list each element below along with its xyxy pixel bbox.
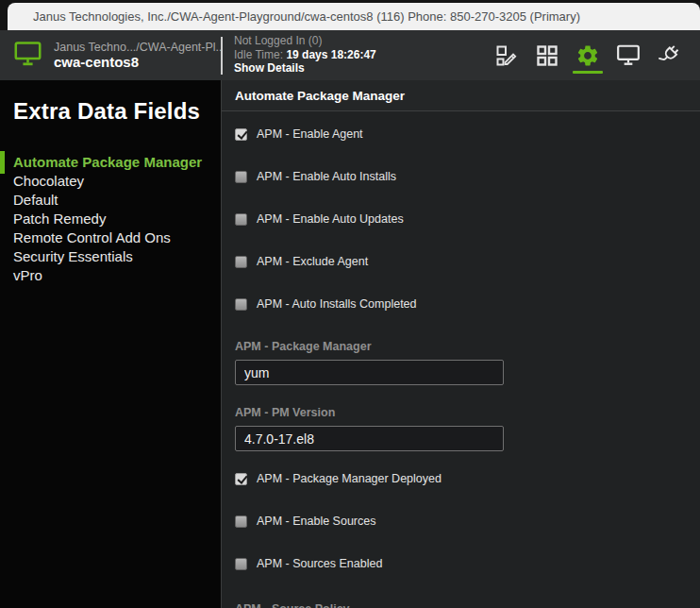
checkbox-unchecked[interactable]	[235, 558, 247, 570]
checkbox-label: APM - Sources Enabled	[257, 557, 382, 570]
monitor-icon	[13, 41, 42, 71]
checkbox-row[interactable]: APM - Sources Enabled	[235, 557, 700, 600]
field-label: APM - Source Policy	[235, 602, 350, 608]
agent-toolbar: Janus Techno.../CWA-Agent-Pl... cwa-cent…	[0, 30, 700, 80]
device-text: Janus Techno.../CWA-Agent-Pl... cwa-cent…	[54, 41, 221, 71]
device-location-path: Janus Techno.../CWA-Agent-Pl...	[54, 41, 221, 54]
window-title-strip: Janus Technologies, Inc./CWA-Agent-Playg…	[0, 0, 700, 30]
monitor-screen-icon[interactable]	[616, 40, 641, 72]
app-body: Extra Data Fields Automate Package Manag…	[0, 80, 700, 608]
checkbox-row[interactable]: APM - Enable Auto Installs	[235, 170, 700, 212]
checkbox-label: APM - Enable Auto Installs	[257, 170, 396, 183]
checkbox-unchecked[interactable]	[235, 213, 247, 226]
sidebar-title: Extra Data Fields	[0, 98, 221, 125]
sidebar: Extra Data Fields Automate Package Manag…	[0, 80, 221, 608]
window-title-bar: Janus Technologies, Inc./CWA-Agent-Playg…	[8, 3, 700, 30]
edit-data-fields-icon[interactable]	[494, 40, 519, 72]
main-header: Automate Package Manager	[222, 80, 700, 111]
sidebar-item-patch-remedy[interactable]: Patch Remedy	[0, 210, 221, 228]
idle-time-value: 19 days 18:26:47	[286, 48, 375, 61]
grid-apps-icon[interactable]	[535, 40, 559, 72]
device-name: cwa-centos8	[54, 54, 221, 70]
checkbox-checked[interactable]	[235, 473, 247, 485]
sidebar-item-security-essentials[interactable]: Security Essentials	[0, 247, 221, 266]
idle-time: Idle Time: 19 days 18:26:47	[234, 49, 376, 61]
window-title-text: Janus Technologies, Inc./CWA-Agent-Playg…	[8, 9, 580, 24]
toolbar-icon-group	[494, 30, 681, 80]
show-details-link[interactable]: Show Details	[234, 62, 376, 75]
checkbox-row[interactable]: APM - Exclude Agent	[235, 255, 700, 297]
field-input-apm-package-manager[interactable]	[235, 360, 504, 385]
checkbox-checked[interactable]	[235, 128, 247, 141]
logged-in-status: Not Logged In (0)	[234, 35, 376, 47]
sidebar-item-vpro[interactable]: vPro	[0, 266, 221, 285]
checkbox-row[interactable]: APM - Enable Sources	[235, 515, 700, 557]
agent-status: Not Logged In (0) Idle Time: 19 days 18:…	[223, 30, 376, 80]
checkbox-unchecked[interactable]	[235, 298, 247, 311]
checkbox-label: APM - Enable Auto Updates	[257, 212, 404, 226]
checkbox-row[interactable]: APM - Enable Auto Updates	[235, 212, 700, 255]
text-field-row: APM - Package Manager	[235, 340, 700, 406]
sidebar-item-default[interactable]: Default	[0, 191, 221, 210]
field-row-partial: APM - Source Policy	[235, 600, 700, 608]
field-input-apm-pm-version[interactable]	[235, 426, 504, 451]
checkbox-row[interactable]: APM - Enable Agent	[235, 127, 700, 170]
checkbox-unchecked[interactable]	[235, 515, 247, 528]
checkbox-row[interactable]: APM - Auto Installs Completed	[235, 297, 700, 340]
text-field-row: APM - PM Version	[235, 406, 700, 472]
idle-time-label: Idle Time:	[234, 48, 283, 61]
sidebar-item-automate-package-manager[interactable]: Automate Package Manager	[0, 153, 221, 172]
device-summary: Janus Techno.../CWA-Agent-Pl... cwa-cent…	[0, 30, 221, 80]
checkbox-unchecked[interactable]	[235, 171, 247, 183]
main-section-title: Automate Package Manager	[235, 89, 405, 103]
field-label: APM - Package Manager	[235, 340, 700, 353]
settings-gear-icon[interactable]	[575, 40, 600, 72]
plug-connect-icon[interactable]	[657, 40, 681, 72]
main-panel: Automate Package Manager APM - Enable Ag…	[221, 80, 700, 608]
field-label: APM - PM Version	[235, 406, 700, 419]
sidebar-item-chocolatey[interactable]: Chocolatey	[0, 172, 221, 191]
sidebar-item-remote-control-add-ons[interactable]: Remote Control Add Ons	[0, 228, 221, 247]
checkbox-label: APM - Enable Agent	[257, 127, 363, 141]
checkbox-row[interactable]: APM - Package Manager Deployed	[235, 472, 700, 515]
checkbox-label: APM - Package Manager Deployed	[257, 472, 442, 485]
checkbox-label: APM - Enable Sources	[257, 515, 375, 528]
checkbox-label: APM - Auto Installs Completed	[257, 297, 417, 311]
sidebar-list: Automate Package ManagerChocolateyDefaul…	[0, 153, 221, 285]
extra-data-fields-form: APM - Enable AgentAPM - Enable Auto Inst…	[222, 111, 700, 608]
checkbox-unchecked[interactable]	[235, 256, 247, 268]
checkbox-label: APM - Exclude Agent	[257, 255, 368, 268]
